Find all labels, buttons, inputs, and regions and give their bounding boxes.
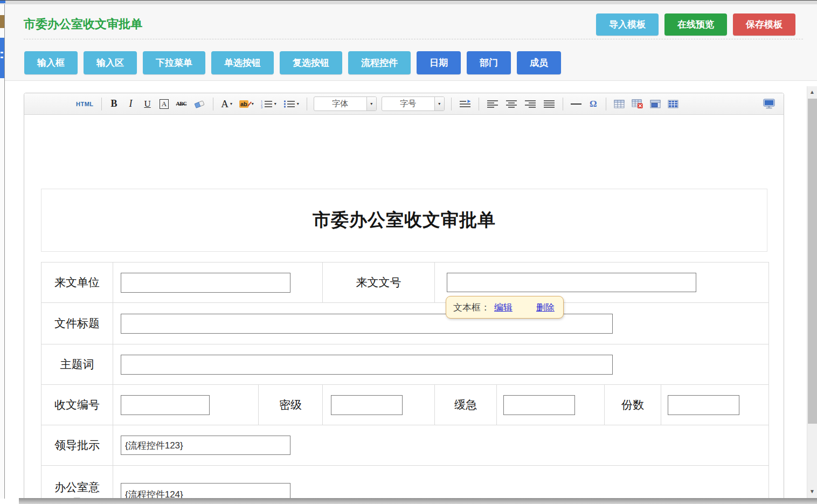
toolbar-separator [563, 98, 563, 111]
table-row: 领导批示 [41, 425, 769, 466]
scroll-up-button[interactable]: ▲ [807, 89, 817, 95]
underline-button[interactable]: U [142, 96, 154, 111]
tool-radio-button[interactable]: 单选按钮 [211, 51, 274, 74]
rich-text-editor: HTML B I U A ABC A ▾ [24, 93, 784, 499]
cell-doc-title [113, 303, 769, 344]
toolbar-separator [307, 98, 307, 111]
table-row: 办公室意见 [41, 466, 769, 499]
delete-table-icon [632, 99, 643, 108]
special-char-button[interactable]: Ω [587, 96, 599, 111]
font-size-value: 字号 [382, 99, 434, 109]
label-doc-title: 文件标题 [41, 303, 113, 344]
font-family-value: 字体 [314, 99, 366, 109]
editor-document[interactable]: 市委办公室收文审批单 来文单位 来文文号 文件标题 [24, 189, 784, 499]
unordered-list-button[interactable]: ▾ [282, 96, 300, 111]
highlight-color-button[interactable]: ab ▾ [238, 96, 255, 111]
label-copies: 份数 [605, 385, 661, 425]
fullscreen-monitor-icon [763, 99, 775, 109]
online-preview-button[interactable]: 在线预览 [664, 13, 727, 36]
font-color-button[interactable]: A ▾ [220, 96, 233, 111]
align-justify-button[interactable] [542, 96, 556, 111]
indent-icon [459, 100, 471, 108]
align-right-button[interactable] [523, 96, 537, 111]
table-row: 主题词 [41, 344, 769, 385]
ordered-list-button[interactable]: 123 ▾ [260, 96, 278, 111]
indent-button[interactable] [458, 96, 472, 111]
cell-copies [661, 385, 769, 425]
source-code-button[interactable]: HTML [75, 96, 95, 111]
editor-toolbar: HTML B I U A ABC A ▾ [24, 93, 784, 115]
align-left-button[interactable] [486, 96, 500, 111]
bold-button[interactable]: B [108, 96, 120, 111]
label-office-opinion: 办公室意见 [41, 466, 113, 499]
delete-link[interactable]: 删除 [536, 301, 555, 314]
page-title: 市委办公室收文审批单 [24, 16, 142, 32]
edit-link[interactable]: 编辑 [494, 301, 513, 314]
table-row: 文件标题 [41, 303, 769, 344]
cell-receipt-number [113, 385, 259, 425]
remove-format-button[interactable] [192, 96, 206, 111]
toolbar-separator [101, 98, 102, 111]
label-receipt-number: 收文编号 [41, 385, 113, 425]
field-tooltip: 文本框： 编辑 删除 [446, 296, 564, 319]
cell-properties-button[interactable] [667, 96, 680, 111]
align-center-button[interactable] [504, 96, 518, 111]
header-divider [24, 39, 803, 39]
label-subject-words: 主题词 [41, 344, 113, 385]
copies-input[interactable] [668, 395, 739, 415]
urgency-input[interactable] [503, 395, 575, 415]
window-bottom-edge [19, 498, 817, 504]
toolbar-separator [479, 98, 479, 111]
cell-incoming-unit [113, 263, 323, 303]
tool-dropdown-button[interactable]: 下拉菜单 [143, 51, 205, 74]
scrollbar-thumb[interactable] [808, 99, 817, 424]
svg-text:3: 3 [261, 106, 262, 108]
tool-department-button[interactable]: 部门 [467, 51, 511, 74]
secrecy-input[interactable] [331, 395, 403, 415]
italic-button[interactable]: I [125, 96, 137, 111]
fullscreen-button[interactable] [762, 96, 776, 111]
incoming-unit-input[interactable] [121, 273, 290, 293]
leader-instructions-input[interactable] [121, 436, 290, 455]
tool-date-button[interactable]: 日期 [417, 51, 461, 74]
strikethrough-button[interactable]: ABC [175, 96, 188, 111]
incoming-number-input[interactable] [447, 273, 696, 292]
insert-table-button[interactable] [613, 96, 626, 111]
ordered-list-icon: 123 [261, 100, 273, 108]
label-incoming-number: 来文文号 [323, 263, 435, 303]
chevron-down-icon: ▾ [274, 102, 276, 106]
tool-member-button[interactable]: 成员 [517, 51, 561, 74]
tool-input-area-button[interactable]: 输入区 [84, 51, 137, 74]
cell-secrecy [323, 385, 435, 425]
import-template-button[interactable]: 导入模板 [596, 13, 659, 36]
horizontal-rule-button[interactable] [570, 96, 583, 111]
toolbar-separator [451, 98, 452, 111]
save-template-button[interactable]: 保存模板 [733, 13, 795, 36]
table-properties-button[interactable] [649, 96, 662, 111]
italic-icon: I [129, 98, 133, 109]
background-window-accent [0, 1, 5, 3]
style-box-button[interactable]: A [158, 96, 170, 111]
table-properties-icon [650, 100, 661, 108]
omega-icon: Ω [590, 99, 597, 109]
tool-input-box-button[interactable]: 输入框 [24, 51, 78, 74]
font-size-select[interactable]: 字号 ▾ [382, 96, 445, 111]
toolbar-separator [213, 98, 213, 111]
office-opinion-input[interactable] [121, 483, 290, 499]
align-center-icon [506, 100, 517, 108]
tool-checkbox-button[interactable]: 复选按钮 [280, 51, 342, 74]
cell-urgency [497, 385, 605, 425]
delete-table-button[interactable] [631, 96, 644, 111]
header-panel: 市委办公室收文审批单 导入模板 在线预览 保存模板 输入框 输入区 下拉菜单 单… [5, 4, 817, 81]
scroll-down-button[interactable]: ▼ [807, 489, 817, 494]
bold-icon: B [111, 98, 117, 109]
eraser-icon [193, 100, 205, 108]
subject-words-input[interactable] [121, 355, 613, 375]
document-title-box: 市委办公室收文审批单 [41, 189, 767, 252]
background-window-sliver [0, 4, 5, 499]
vertical-scrollbar[interactable]: ▲ ▼ [807, 86, 817, 499]
tool-flow-control-button[interactable]: 流程控件 [348, 51, 411, 74]
font-color-icon: A [221, 98, 229, 110]
font-family-select[interactable]: 字体 ▾ [314, 96, 377, 111]
receipt-number-input[interactable] [121, 395, 210, 415]
